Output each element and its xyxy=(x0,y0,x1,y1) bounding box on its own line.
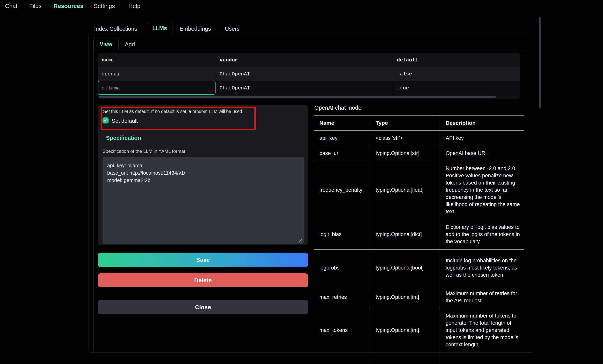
llm-cell-name[interactable]: ollama xyxy=(98,81,216,95)
checkmark-icon: ✓ xyxy=(104,118,107,123)
save-button[interactable]: Save xyxy=(98,253,308,267)
param-description xyxy=(440,352,524,364)
llm-cell-vendor[interactable]: ChatOpenAI xyxy=(216,81,393,95)
table-row: base_url typing.Optional[str] OpenAI bas… xyxy=(314,146,524,161)
param-description: Maximum number of tokens to generate. Th… xyxy=(440,308,524,352)
close-button[interactable]: Close xyxy=(98,300,308,314)
model-header-description: Description xyxy=(440,115,524,131)
tab-index-collections[interactable]: Index Collections xyxy=(94,26,137,32)
llm-header-vendor: vendor xyxy=(216,53,393,67)
param-name: logprobs xyxy=(314,250,370,286)
llm-cell-vendor[interactable]: ChatOpenAI xyxy=(216,67,393,81)
subtab-add[interactable]: Add xyxy=(125,41,135,48)
param-description: API key xyxy=(440,131,524,146)
llm-header-name: name xyxy=(98,53,216,67)
nav-chat[interactable]: Chat xyxy=(5,3,17,9)
param-name: max_tokens xyxy=(314,308,370,352)
set-default-label[interactable]: Set default xyxy=(112,118,138,124)
specification-description: Specification of the LLM in YAML format xyxy=(103,148,185,154)
param-type: typing.Optional[float] xyxy=(370,161,440,219)
table-row: api_key <class 'str'> API key xyxy=(314,131,524,146)
llm-list-table: name vendor default openai ChatOpenAI fa… xyxy=(98,53,520,99)
nav-files[interactable]: Files xyxy=(29,3,41,9)
param-name: base_url xyxy=(314,146,370,161)
llm-cell-default[interactable]: false xyxy=(393,67,520,81)
param-type: <class 'str'> xyxy=(370,131,440,146)
model-header-type: Type xyxy=(370,115,440,131)
param-description: Number between -2.0 and 2.0. Positive va… xyxy=(440,161,524,219)
nav-help[interactable]: Help xyxy=(128,3,140,9)
param-type: typing.Optional[bool] xyxy=(370,250,440,286)
param-description: Dictionary of logit bias values to add t… xyxy=(440,219,524,250)
llm-cell-name[interactable]: openai xyxy=(98,67,216,81)
default-note-text: Set this LLM as default. If no default i… xyxy=(103,109,243,114)
model-info-title: OpenAI chat model xyxy=(314,105,363,111)
specification-yaml-input[interactable]: api_key: ollama base_url: http://localho… xyxy=(103,157,304,244)
tab-llms-label: LLMs xyxy=(152,25,167,32)
llm-header-default: default xyxy=(393,53,520,67)
llm-table-hscrollbar-thumb[interactable] xyxy=(99,96,496,98)
table-row-cut-off xyxy=(314,352,524,364)
param-type: typing.Optional[dict] xyxy=(370,219,440,250)
param-name xyxy=(314,352,370,364)
param-type: typing.Optional[int] xyxy=(370,308,440,352)
subtab-view-label: View xyxy=(100,41,112,47)
param-type: typing.Optional[int] xyxy=(370,286,440,308)
page-scrollbar-thumb[interactable] xyxy=(539,17,541,109)
param-description: Maximum number of retries for the API re… xyxy=(440,286,524,308)
param-type xyxy=(370,352,440,364)
param-name: frequency_penalty xyxy=(314,161,370,219)
table-row: logit_bias typing.Optional[dict] Diction… xyxy=(314,219,524,250)
table-row: max_retries typing.Optional[int] Maximum… xyxy=(314,286,524,308)
tab-llms-active[interactable]: LLMs xyxy=(147,22,173,34)
subtab-view-active[interactable]: View xyxy=(93,38,119,50)
tab-users[interactable]: Users xyxy=(225,26,240,32)
model-table-header: Name Type Description xyxy=(314,115,524,131)
model-info-table: Name Type Description api_key <class 'st… xyxy=(314,115,524,364)
table-row: frequency_penalty typing.Optional[float]… xyxy=(314,161,524,219)
param-description: Include log probabilities on the logprob… xyxy=(440,250,524,286)
nav-settings[interactable]: Settings xyxy=(94,3,115,9)
nav-resources[interactable]: Resources xyxy=(54,3,83,9)
param-name: api_key xyxy=(314,131,370,146)
model-header-name: Name xyxy=(314,115,370,131)
param-description: OpenAI base URL xyxy=(440,146,524,161)
specification-heading: Specification xyxy=(106,135,141,141)
param-name: max_retries xyxy=(314,286,370,308)
set-default-checkbox[interactable]: ✓ xyxy=(103,117,109,124)
llm-detail-panel: Set this LLM as default. If no default i… xyxy=(98,105,308,245)
table-row: max_tokens typing.Optional[int] Maximum … xyxy=(314,308,524,352)
llm-table-header: name vendor default xyxy=(98,53,520,67)
table-row: logprobs typing.Optional[bool] Include l… xyxy=(314,250,524,286)
param-type: typing.Optional[str] xyxy=(370,146,440,161)
param-name: logit_bias xyxy=(314,219,370,250)
llm-cell-default[interactable]: true xyxy=(393,81,520,95)
llm-row-openai[interactable]: openai ChatOpenAI false xyxy=(98,67,520,81)
tab-embeddings[interactable]: Embeddings xyxy=(180,26,211,32)
llm-row-ollama-selected[interactable]: ollama ChatOpenAI true xyxy=(98,81,520,95)
delete-button[interactable]: Delete xyxy=(98,273,308,287)
